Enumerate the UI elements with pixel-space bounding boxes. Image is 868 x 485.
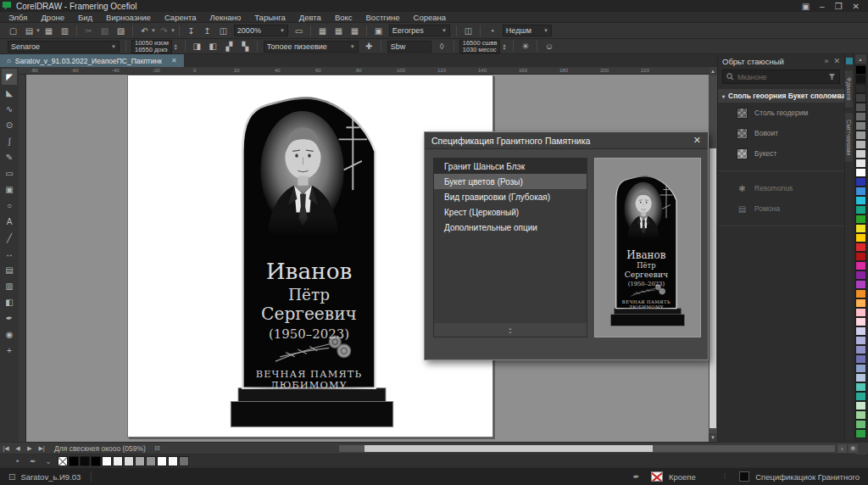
palette-color-swatch[interactable]: [855, 215, 866, 224]
document-color-swatch[interactable]: [135, 456, 145, 466]
nudge-icon[interactable]: ✚: [362, 40, 376, 53]
palette-color-swatch[interactable]: [855, 103, 866, 112]
spin-down-icon[interactable]: ▼: [174, 47, 178, 50]
print-icon[interactable]: ▥: [58, 25, 72, 37]
spec-list-item-0[interactable]: Гранит Шаньси Блэк: [434, 159, 587, 174]
options-icon[interactable]: ▣: [371, 25, 386, 37]
palette-color-swatch[interactable]: [855, 401, 866, 410]
palette-color-swatch[interactable]: [855, 205, 866, 215]
document-color-swatch[interactable]: [146, 456, 156, 466]
vertical-scrollbar[interactable]: ▲ ▼: [709, 67, 717, 442]
scroll-right-icon[interactable]: ›: [837, 444, 847, 453]
palette-color-swatch[interactable]: [855, 373, 866, 382]
search-input[interactable]: [737, 73, 825, 81]
palette-color-swatch[interactable]: [855, 121, 866, 131]
tab-close-icon[interactable]: ✕: [171, 57, 177, 64]
import-icon[interactable]: ↧: [184, 25, 198, 37]
split-view-icon[interactable]: ⊟: [154, 444, 160, 452]
filter-icon[interactable]: [828, 73, 836, 81]
chevron-down-icon[interactable]: ▼: [151, 28, 156, 33]
palette-color-swatch[interactable]: [855, 84, 866, 93]
more-tools[interactable]: +: [2, 343, 17, 359]
palette-color-swatch[interactable]: [855, 140, 866, 149]
spin-down-icon[interactable]: ▼: [502, 47, 506, 50]
dimension-tool[interactable]: ↔: [2, 246, 17, 262]
vertical-ruler[interactable]: [19, 75, 26, 442]
first-page-icon[interactable]: |◀: [0, 445, 12, 452]
interactive-fill-tool[interactable]: ◉: [2, 326, 17, 343]
menu-item-8[interactable]: Вокс: [335, 13, 353, 22]
menu-item-9[interactable]: Востгине: [366, 13, 400, 22]
document-color-swatch[interactable]: [102, 456, 112, 466]
redo-icon[interactable]: ↷: [157, 25, 171, 37]
outline-width-field[interactable]: Sbw: [387, 41, 431, 53]
palette-scroll-up-icon[interactable]: ▴: [855, 54, 866, 64]
palette-color-swatch[interactable]: [855, 149, 866, 159]
view-grid-icon[interactable]: ▦: [315, 25, 330, 37]
undo-icon[interactable]: ↶: [137, 25, 152, 37]
spec-list-item-1[interactable]: Букет цветов (Розы): [434, 174, 587, 189]
palette-color-swatch[interactable]: [855, 326, 866, 336]
clock-icon[interactable]: ◔: [485, 25, 499, 37]
document-color-swatch[interactable]: [168, 456, 178, 466]
palette-color-swatch[interactable]: [855, 382, 866, 392]
document-color-swatch[interactable]: [113, 456, 123, 466]
palette-color-swatch[interactable]: [855, 187, 866, 196]
menu-item-0[interactable]: Элбя: [8, 13, 27, 22]
palette-color-swatch[interactable]: [855, 289, 866, 298]
close-icon[interactable]: ✕: [853, 2, 860, 11]
docker-search-box[interactable]: [722, 70, 840, 84]
spec-list-scroll-more[interactable]: ⌄⌄: [434, 323, 587, 337]
spec-list-item-3[interactable]: Крест (Церковный): [434, 204, 587, 220]
palette-color-swatch[interactable]: [855, 270, 866, 280]
restore-icon[interactable]: ❐: [835, 2, 843, 11]
object-position-fields[interactable]: 10050 изом16550 докэ: [131, 40, 172, 53]
chevron-down-icon[interactable]: ▼: [36, 28, 41, 33]
cut-icon[interactable]: ✂: [81, 25, 96, 37]
preset-select[interactable]: Eегогреs▼: [389, 25, 450, 36]
flyout-arrow-icon[interactable]: ‣: [12, 457, 24, 465]
expand-triangle-icon[interactable]: ▾: [722, 93, 725, 99]
line-tool[interactable]: ╱: [2, 230, 17, 246]
object-position-select[interactable]: Senaroe▼: [8, 41, 120, 53]
scale-icon[interactable]: ◨: [190, 40, 204, 53]
document-color-swatch[interactable]: [80, 456, 90, 466]
view-rulers-icon[interactable]: ▦: [331, 25, 346, 37]
palette-color-swatch[interactable]: [855, 196, 866, 205]
palette-color-swatch[interactable]: [855, 65, 866, 75]
open-icon[interactable]: ▤: [22, 25, 36, 37]
mirror-horizontal-icon[interactable]: ◧: [206, 40, 220, 53]
medium-select[interactable]: Недшм▼: [503, 25, 552, 36]
chevron-down-icon[interactable]: ▼: [170, 28, 175, 33]
document-color-swatch[interactable]: [91, 456, 101, 466]
rotate-icon[interactable]: ▞: [222, 40, 236, 53]
shield-icon[interactable]: ◊: [435, 40, 449, 53]
next-page-icon[interactable]: ▶: [24, 445, 36, 452]
menu-item-4[interactable]: Сарента: [164, 13, 197, 22]
spec-list-item-4[interactable]: Дополнительные опции: [434, 220, 587, 235]
settings-gear-icon[interactable]: ✳: [518, 40, 532, 53]
docker-extra-item-0[interactable]: ✱Resomonus: [718, 178, 844, 198]
artistic-media-tool[interactable]: ✎: [2, 149, 17, 165]
palette-color-swatch[interactable]: [855, 308, 866, 317]
scroll-up-icon[interactable]: ▲: [709, 67, 717, 75]
copy-icon[interactable]: ▧: [97, 25, 112, 37]
application-launcher-icon[interactable]: ◫: [461, 25, 476, 37]
skew-icon[interactable]: ▚: [238, 40, 253, 53]
palette-color-swatch[interactable]: [855, 131, 866, 140]
document-tab[interactable]: ⌂ Saratov_v_91.03.2022_ИеапоеПС_Пакптинк…: [0, 54, 184, 67]
palette-color-swatch[interactable]: [855, 410, 866, 420]
zoom-tool[interactable]: ⊙: [2, 117, 17, 133]
palette-color-swatch[interactable]: [855, 261, 866, 270]
dialog-close-icon[interactable]: ✕: [693, 135, 701, 146]
new-document-icon[interactable]: ▢: [6, 25, 20, 37]
palette-color-swatch[interactable]: [855, 242, 866, 252]
docker-close-icon[interactable]: ✕: [833, 57, 840, 65]
outline-style-select[interactable]: Топоее пизеевие▼: [264, 41, 359, 53]
palette-color-swatch[interactable]: [855, 93, 866, 103]
palette-color-swatch[interactable]: [855, 280, 866, 289]
palette-options-icon[interactable]: ⌄: [42, 457, 54, 465]
menu-item-10[interactable]: Сореана: [414, 13, 447, 22]
rectangle-tool[interactable]: ▭: [2, 165, 17, 181]
docker-item-0[interactable]: Столь геодерим: [718, 103, 844, 123]
